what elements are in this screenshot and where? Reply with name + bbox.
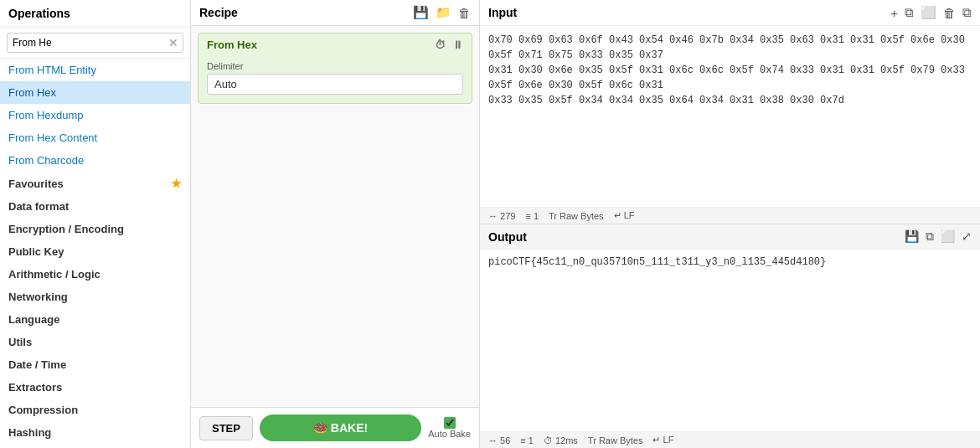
input-line-count: ≡ 1: [525, 211, 539, 221]
delimiter-label: Delimiter: [207, 61, 463, 71]
sidebar-item-link[interactable]: From Hex: [0, 81, 190, 104]
recipe-panel: Recipe 💾 📁 🗑 From Hex ⏱ ⏸ Delimiter Auto…: [191, 0, 480, 448]
sidebar-item-heading[interactable]: Encryption / Encoding: [0, 218, 190, 240]
sidebar-heading-label: Utils: [8, 336, 32, 348]
sidebar-title: Operations: [0, 0, 190, 28]
input-window-icon[interactable]: ⧉: [905, 5, 914, 20]
input-header-icons: + ⧉ ⬜ 🗑 ⧉: [890, 5, 972, 20]
input-header: Input + ⧉ ⬜ 🗑 ⧉: [480, 0, 980, 26]
input-area: Input + ⧉ ⬜ 🗑 ⧉ 0x70 0x69 0x63 0x6f 0x43…: [480, 0, 980, 224]
recipe-card-title: From Hex: [207, 39, 257, 51]
sidebar-heading-label: Date / Time: [8, 358, 66, 371]
sidebar-heading-label: Favourites: [8, 178, 64, 190]
star-icon[interactable]: ★: [171, 177, 182, 190]
bake-button[interactable]: 🍩 BAKE!: [260, 415, 421, 441]
sidebar-item-heading[interactable]: Code tidy: [0, 444, 190, 448]
save-recipe-icon[interactable]: 💾: [413, 5, 429, 20]
sidebar-item-heading[interactable]: Date / Time: [0, 353, 190, 376]
sidebar-item-link[interactable]: From HTML Entity: [0, 59, 190, 81]
input-text[interactable]: 0x70 0x69 0x63 0x6f 0x43 0x54 0x46 0x7b …: [480, 26, 980, 207]
sidebar-heading-label: Arithmetic / Logic: [8, 268, 101, 281]
output-header-icons: 💾 ⧉ ⬜ ⤢: [905, 229, 972, 244]
input-word-count: ↔ 279: [488, 211, 515, 221]
output-word-count: ↔ 56: [488, 435, 510, 445]
sidebar-list: From HTML EntityFrom HexFrom HexdumpFrom…: [0, 59, 190, 448]
io-panel: Input + ⧉ ⬜ 🗑 ⧉ 0x70 0x69 0x63 0x6f 0x43…: [480, 0, 980, 448]
sidebar-item-heading[interactable]: Utils: [0, 331, 190, 353]
sidebar-item-link[interactable]: From Hexdump: [0, 104, 190, 126]
output-fullscreen-icon[interactable]: ⬜: [941, 229, 955, 244]
output-text: picoCTF{45c11_n0_qu35710n5_111_t311_y3_n…: [480, 250, 980, 431]
recipe-header: Recipe 💾 📁 🗑: [191, 0, 479, 26]
sidebar-item-heading[interactable]: Compression: [0, 399, 190, 421]
sidebar-heading-label: Networking: [8, 291, 68, 303]
sidebar-heading-label: Compression: [8, 404, 78, 416]
search-row: ✕: [0, 28, 190, 59]
sidebar-heading-label: Data format: [8, 200, 69, 213]
sidebar-item-heading[interactable]: Networking: [0, 286, 190, 308]
input-add-icon[interactable]: +: [890, 6, 898, 20]
auto-bake-checkbox[interactable]: [444, 417, 456, 429]
recipe-card-body: Delimiter Auto: [199, 56, 472, 103]
clear-recipe-icon[interactable]: 🗑: [458, 6, 471, 20]
recipe-title: Recipe: [199, 6, 238, 19]
sidebar-item-heading[interactable]: Language: [0, 308, 190, 331]
auto-bake-label: Auto Bake: [428, 429, 471, 439]
delimiter-value[interactable]: Auto: [207, 74, 463, 95]
output-statusbar: ↔ 56 ≡ 1 ⏱ 12ms Tr Raw Bytes ↵ LF: [480, 431, 980, 448]
output-save-icon[interactable]: 💾: [905, 229, 919, 244]
load-recipe-icon[interactable]: 📁: [436, 5, 451, 20]
recipe-content: From Hex ⏱ ⏸ Delimiter Auto: [191, 26, 479, 407]
sidebar-item-heading[interactable]: Public Key: [0, 240, 190, 263]
sidebar-item-link[interactable]: From Hex Content: [0, 126, 190, 149]
input-split-icon[interactable]: ⬜: [921, 5, 936, 20]
output-copy-icon[interactable]: ⧉: [926, 229, 934, 244]
output-title: Output: [488, 230, 527, 244]
recipe-header-icons: 💾 📁 🗑: [413, 5, 471, 20]
recipe-card-from-hex: From Hex ⏱ ⏸ Delimiter Auto: [198, 33, 472, 104]
auto-bake-area: Auto Bake: [428, 417, 471, 439]
sidebar-heading-label: Hashing: [8, 426, 51, 439]
input-copy-icon[interactable]: ⧉: [962, 5, 972, 20]
sidebar-heading-label: Encryption / Encoding: [8, 223, 124, 235]
output-time: ⏱ 12ms: [544, 435, 578, 445]
sidebar-item-link[interactable]: From Charcode: [0, 149, 190, 172]
input-lf[interactable]: ↵ LF: [614, 210, 635, 221]
recipe-card-icons: ⏱ ⏸: [435, 39, 463, 51]
output-area: Output 💾 ⧉ ⬜ ⤢ picoCTF{45c11_n0_qu35710n…: [480, 224, 980, 448]
input-trash-icon[interactable]: 🗑: [943, 6, 956, 20]
clear-search-icon[interactable]: ✕: [168, 36, 178, 49]
sidebar-item-heading[interactable]: Extractors: [0, 376, 190, 399]
sidebar-heading-label: Public Key: [8, 245, 64, 258]
sidebar-item-heading[interactable]: Favourites★: [0, 172, 190, 195]
output-type[interactable]: Tr Raw Bytes: [588, 435, 643, 445]
input-title: Input: [488, 6, 517, 19]
output-expand-icon[interactable]: ⤢: [962, 229, 972, 244]
sidebar-item-heading[interactable]: Data format: [0, 195, 190, 218]
clock-icon[interactable]: ⏱: [435, 39, 446, 51]
sidebar: Operations ✕ From HTML EntityFrom HexFro…: [0, 0, 191, 448]
recipe-footer: STEP 🍩 BAKE! Auto Bake: [191, 407, 479, 448]
step-button[interactable]: STEP: [199, 416, 253, 440]
output-line-count: ≡ 1: [520, 435, 534, 445]
search-input[interactable]: [7, 33, 183, 53]
recipe-card-header: From Hex ⏱ ⏸: [199, 33, 472, 56]
sidebar-heading-label: Language: [8, 313, 59, 326]
sidebar-item-heading[interactable]: Hashing: [0, 421, 190, 444]
input-type[interactable]: Tr Raw Bytes: [549, 211, 604, 221]
sidebar-item-heading[interactable]: Arithmetic / Logic: [0, 263, 190, 286]
pause-icon[interactable]: ⏸: [452, 39, 463, 51]
output-header: Output 💾 ⧉ ⬜ ⤢: [480, 224, 980, 250]
input-statusbar: ↔ 279 ≡ 1 Tr Raw Bytes ↵ LF: [480, 207, 980, 224]
output-lf[interactable]: ↵ LF: [652, 435, 673, 445]
sidebar-heading-label: Extractors: [8, 381, 62, 394]
